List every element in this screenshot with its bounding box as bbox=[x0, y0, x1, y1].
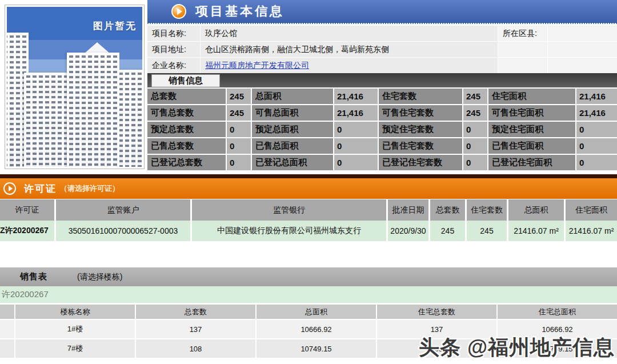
license-subtitle: （请选择许可证） bbox=[60, 183, 119, 194]
col-header-total-area: 总面积 bbox=[508, 199, 564, 221]
stat-value: 0 bbox=[227, 138, 251, 154]
sales-table-header-bar: 销售表 (请选择楼栋) bbox=[0, 267, 617, 286]
license-number[interactable]: Z许20200267 bbox=[0, 221, 54, 241]
sales-info-row: 总套数 245 总面积 21,416 住宅套数 245 住宅面积 21,416 bbox=[147, 89, 617, 104]
total-area: 21416.07 m² bbox=[508, 221, 564, 241]
sales-info-table: 总套数 245 总面积 21,416 住宅套数 245 住宅面积 21,416 … bbox=[147, 89, 617, 170]
no-image-label: 图片暂无 bbox=[93, 19, 137, 33]
stat-value: 21,416 bbox=[334, 105, 378, 121]
project-address-value: 仓山区洪榕路南侧，融信大卫城北侧，葛屿新苑东侧 bbox=[201, 42, 498, 57]
stat-label: 预定住宅套数 bbox=[379, 122, 462, 137]
company-link[interactable]: 福州元顺房地产开发有限公司 bbox=[205, 61, 309, 71]
residential-area: 21416.07 m² bbox=[566, 221, 617, 241]
info-row-name: 项目名称: 玖序公馆 所在区县: bbox=[147, 26, 617, 41]
sales-info-row: 可售总套数 245 可售总面积 21,416 可售住宅套数 245 可售住宅面积… bbox=[147, 105, 617, 121]
stat-label: 可售总套数 bbox=[147, 105, 226, 121]
escrow-bank: 中国建设银行股份有限公司福州城东支行 bbox=[192, 221, 386, 241]
building-total-area: 10666.92 bbox=[257, 320, 376, 338]
district-value bbox=[548, 26, 617, 41]
escrow-account: 35050161000700006527-0003 bbox=[56, 221, 190, 241]
building-total-area: 10749.15 bbox=[257, 339, 376, 358]
license-header: 许可证 （请选择许可证） bbox=[0, 178, 617, 199]
stat-label: 已售总面积 bbox=[252, 138, 333, 154]
basic-info-title: 项目基本信息 bbox=[195, 3, 285, 20]
sales-table-subtitle: (请选择楼栋) bbox=[77, 272, 122, 282]
stat-label: 已登记住宅面积 bbox=[488, 155, 575, 170]
company-label: 企业名称: bbox=[147, 58, 200, 73]
stat-label: 住宅面积 bbox=[488, 89, 575, 104]
toutiao-watermark: 头条 @福州地产信息 bbox=[419, 334, 615, 362]
col-header-residential-units: 住宅套数 bbox=[467, 199, 507, 221]
building-total-units: 137 bbox=[136, 320, 255, 338]
permit-number-row[interactable]: 许20200267 bbox=[0, 286, 617, 303]
col-header-escrow-bank: 监管银行 bbox=[192, 199, 386, 221]
col-header-total-area: 总面积 bbox=[257, 305, 376, 319]
sales-info-tab-strip: 销售信息 bbox=[147, 73, 617, 87]
stat-label: 总套数 bbox=[147, 89, 226, 104]
stat-value: 21,416 bbox=[576, 89, 617, 104]
stat-value: 0 bbox=[576, 138, 617, 154]
basic-info-header: 项目基本信息 bbox=[147, 0, 617, 23]
building-illustration bbox=[117, 70, 142, 167]
building-roof bbox=[84, 42, 110, 54]
stat-value: 0 bbox=[463, 138, 487, 154]
stat-label: 可售住宅套数 bbox=[379, 105, 462, 121]
project-photo-frame: 图片暂无 bbox=[5, 5, 145, 169]
stat-label: 住宅套数 bbox=[379, 89, 462, 104]
stat-value: 0 bbox=[227, 155, 251, 170]
stat-label: 已登记住宅套数 bbox=[379, 155, 462, 170]
license-table: 许可证 监管账户 监管银行 批准日期 总套数 住宅套数 总面积 住宅面积 Z许2… bbox=[0, 199, 617, 241]
basic-info-table: 项目名称: 玖序公馆 所在区县: 项目地址: 仓山区洪榕路南侧，融信大卫城北侧，… bbox=[147, 26, 617, 73]
approval-date: 2020/9/30 bbox=[388, 221, 428, 241]
license-section: 许可证 （请选择许可证） 许可证 监管账户 监管银行 批准日期 总套数 住宅套数… bbox=[0, 174, 617, 241]
building-illustration bbox=[24, 73, 71, 167]
stat-value: 0 bbox=[576, 155, 617, 170]
play-icon bbox=[3, 182, 16, 195]
info-row-company: 企业名称: 福州元顺房地产开发有限公司 bbox=[147, 58, 617, 73]
col-header-total-units: 总套数 bbox=[136, 305, 255, 319]
license-title: 许可证 bbox=[24, 182, 57, 195]
project-name-label: 项目名称: bbox=[147, 26, 200, 41]
stat-value: 0 bbox=[463, 122, 487, 137]
section-divider bbox=[0, 174, 617, 178]
sales-info-row: 已售总套数 0 已售总面积 0 已售住宅套数 0 已售住宅面积 0 bbox=[147, 138, 617, 154]
project-photo: 图片暂无 bbox=[7, 7, 142, 167]
project-address-label: 项目地址: bbox=[147, 42, 200, 57]
sales-table-title: 销售表 bbox=[20, 271, 47, 282]
col-header-building-name: 楼栋名称 bbox=[15, 305, 135, 319]
stat-value: 0 bbox=[334, 138, 378, 154]
stat-label: 已登记总面积 bbox=[252, 155, 333, 170]
sales-info-row: 预定总套数 0 预定总面积 0 预定住宅套数 0 预定住宅面积 0 bbox=[147, 122, 617, 137]
play-icon bbox=[171, 4, 186, 19]
basic-info-panel: 项目基本信息 项目名称: 玖序公馆 所在区县: 项目地址: 仓山区洪榕路南侧，融… bbox=[147, 0, 617, 170]
tab-sales-info[interactable]: 销售信息 bbox=[151, 74, 220, 87]
col-header-approval-date: 批准日期 bbox=[388, 199, 428, 221]
stat-value: 21,416 bbox=[576, 105, 617, 121]
col-header-escrow-account: 监管账户 bbox=[56, 199, 190, 221]
building-name[interactable]: 1#楼 bbox=[15, 320, 135, 338]
stat-label: 预定总面积 bbox=[252, 122, 333, 137]
stat-label: 预定总套数 bbox=[147, 122, 226, 137]
info-row-address: 项目地址: 仓山区洪榕路南侧，融信大卫城北侧，葛屿新苑东侧 bbox=[147, 42, 617, 57]
stat-label: 可售住宅面积 bbox=[488, 105, 575, 121]
stat-value: 245 bbox=[463, 89, 487, 104]
stat-value: 245 bbox=[463, 105, 487, 121]
stat-value: 245 bbox=[227, 105, 251, 121]
stat-value: 245 bbox=[227, 89, 251, 104]
district-label: 所在区县: bbox=[498, 26, 547, 41]
stat-label: 已售住宅面积 bbox=[488, 138, 575, 154]
stat-value: 21,416 bbox=[334, 89, 378, 104]
building-total-units: 108 bbox=[136, 339, 255, 358]
stat-label: 已售总套数 bbox=[147, 138, 226, 154]
residential-units: 245 bbox=[467, 221, 507, 241]
stat-value: 0 bbox=[334, 155, 378, 170]
col-header-residential-total-area: 住宅总面积 bbox=[498, 305, 617, 319]
stat-value: 0 bbox=[227, 122, 251, 137]
project-name-value: 玖序公馆 bbox=[201, 26, 498, 41]
stat-label: 预定住宅面积 bbox=[488, 122, 575, 137]
building-name[interactable]: 7#楼 bbox=[15, 339, 135, 358]
col-header-license: 许可证 bbox=[0, 199, 54, 221]
total-units: 245 bbox=[430, 221, 465, 241]
sales-info-row: 已登记总套数 0 已登记总面积 0 已登记住宅套数 0 已登记住宅面积 0 bbox=[147, 155, 617, 170]
col-header-total-units: 总套数 bbox=[430, 199, 465, 221]
